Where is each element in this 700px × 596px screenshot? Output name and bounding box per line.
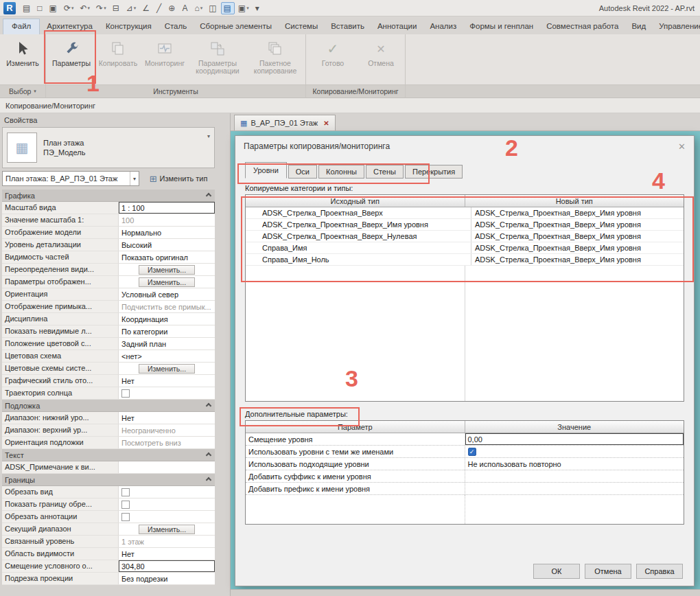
ribbon-tab-precast[interactable]: Сборные элементы (194, 19, 278, 34)
copy-button[interactable]: Копировать (95, 36, 141, 67)
property-value[interactable]: По категории (119, 325, 215, 337)
ribbon-tab-insert[interactable]: Вставить (325, 19, 371, 34)
property-value[interactable]: Задний план (119, 338, 215, 349)
cancel-mode-button[interactable]: ✕ Отмена (358, 36, 404, 67)
property-section-header[interactable]: Границы (2, 474, 215, 486)
property-value[interactable]: Посмотреть вниз (119, 437, 215, 448)
type-mapping-row[interactable]: ADSK_Стрелка_Проектная_Вверх_Нулевая ADS… (246, 231, 684, 242)
param-value-cell[interactable]: 0,00 ✓ (465, 433, 684, 445)
property-value[interactable]: Изменить... (119, 363, 215, 374)
properties-header[interactable]: Свойства (0, 113, 230, 127)
ribbon-tab-collaborate[interactable]: Совместная работа (540, 19, 625, 34)
ribbon-tab-annotate[interactable]: Аннотации (371, 19, 423, 34)
ribbon-tab-file[interactable]: Файл (3, 19, 40, 34)
collapse-chevron-icon[interactable] (206, 402, 211, 408)
ribbon-tab-structure[interactable]: Конструкция (100, 19, 158, 34)
finish-button[interactable]: ✓ Готово (307, 36, 358, 67)
property-value[interactable]: 100 (119, 214, 215, 226)
section-icon[interactable]: ◫ (206, 2, 220, 14)
ribbon-tab-architecture[interactable]: Архитектура (40, 19, 99, 34)
switch-windows-icon[interactable]: ▣▾ (235, 2, 252, 14)
property-value[interactable]: Подчистить все примык... (119, 301, 215, 312)
text-icon[interactable]: A (179, 2, 191, 14)
property-value[interactable]: Нормально (119, 227, 215, 238)
print-icon[interactable]: ⊟ (110, 2, 123, 14)
property-value[interactable]: Без подрезки (119, 573, 215, 584)
collapse-chevron-icon[interactable] (206, 452, 211, 457)
param-value-cell[interactable]: ✓ (465, 470, 684, 482)
property-value[interactable]: Неограниченно (119, 424, 215, 436)
new-type-cell[interactable]: ADSK_Стрелка_Проектная_Вверх_Имя уровня (471, 242, 684, 253)
drawing-area[interactable]: Параметры копирования/мониторинга ✕ Уров… (231, 131, 700, 596)
revit-logo[interactable]: R (3, 2, 16, 14)
ribbon-tab-manage[interactable]: Управление (653, 19, 700, 34)
dialog-tab-grids[interactable]: Оси (288, 165, 317, 179)
redo-icon[interactable]: ↷▾ (93, 2, 109, 14)
cancel-button[interactable]: Отмена (585, 564, 631, 579)
param-value-cell[interactable]: ✓ (465, 446, 684, 457)
property-value[interactable] (119, 511, 215, 523)
property-value[interactable]: Показать оригинал (119, 251, 215, 263)
zoom-icon[interactable]: ⊕ (165, 2, 178, 14)
ribbon-tab-view[interactable]: Вид (625, 19, 652, 34)
sync-icon[interactable]: ⟳▾ (61, 2, 77, 14)
panel-label-select[interactable]: Выбор▾ (0, 84, 45, 98)
property-value[interactable]: Нет (119, 548, 215, 560)
ribbon-tab-analyze[interactable]: Анализ (423, 19, 463, 34)
monitor-button[interactable]: Мониторинг (141, 36, 189, 67)
dialog-tab-walls[interactable]: Стены (366, 165, 404, 179)
checkbox[interactable] (121, 488, 130, 496)
property-value[interactable]: 1 : 100 (119, 202, 215, 214)
view-tab[interactable]: ▦ В_АР_ПЭ_01 Этаж ✕ (234, 115, 336, 130)
open-icon[interactable]: □ (34, 2, 45, 14)
type-mapping-row[interactable]: ADSK_Стрелка_Проектная_Вверх_Имя уровня … (246, 219, 684, 231)
edit-type-button[interactable]: ⊞ Изменить тип (142, 171, 215, 186)
batch-copy-button[interactable]: Пакетное копирование (246, 36, 304, 75)
property-section-header[interactable]: Графика (2, 190, 215, 202)
checkbox[interactable] (121, 501, 130, 509)
property-value[interactable]: Нет (119, 375, 215, 387)
ribbon-tab-systems[interactable]: Системы (279, 19, 324, 34)
property-value[interactable]: Высокий (119, 239, 215, 251)
ok-button[interactable]: ОК (533, 564, 580, 579)
property-value[interactable]: Нет (119, 412, 215, 424)
measure-icon[interactable]: ⊿▾ (124, 2, 139, 14)
type-dropdown-icon[interactable]: ▾ (207, 132, 210, 139)
checkbox[interactable] (121, 389, 130, 398)
property-section-header[interactable]: Текст (2, 449, 215, 461)
dialog-tab-floors[interactable]: Перекрытия (405, 165, 463, 179)
horizontal-scrollbar[interactable] (231, 589, 700, 596)
combo-dropdown-icon[interactable]: ▾ (130, 172, 136, 185)
type-mapping-row[interactable]: ADSK_Стрелка_Проектная_Вверх ADSK_Стрелк… (246, 207, 684, 219)
ribbon-tab-steel[interactable]: Сталь (159, 19, 194, 34)
file-list-icon[interactable]: ▤ (20, 2, 34, 14)
help-button[interactable]: Справка (636, 564, 683, 579)
collapse-chevron-icon[interactable] (206, 192, 211, 198)
property-value[interactable]: Условный север (119, 288, 215, 300)
default-3d-view-icon[interactable]: ⌂▾ (191, 2, 205, 14)
property-value[interactable]: 1 этаж (119, 536, 215, 547)
property-value[interactable]: Координация (119, 313, 215, 325)
param-value-cell[interactable]: ✓ (465, 483, 684, 494)
property-value[interactable] (119, 387, 215, 399)
collapse-chevron-icon[interactable] (206, 477, 211, 482)
type-selector[interactable]: ▦ План этажа ПЭ_Модель ▾ (2, 127, 215, 168)
new-type-cell[interactable]: ADSK_Стрелка_Проектная_Вверх_Имя уровня (471, 219, 684, 230)
view-tab-close-icon[interactable]: ✕ (323, 119, 329, 127)
checkbox[interactable] (121, 513, 130, 521)
checked-checkbox-icon[interactable]: ✓ (468, 448, 476, 456)
dialog-close-icon[interactable]: ✕ (678, 141, 686, 152)
column-value[interactable]: Значение (465, 421, 684, 433)
modify-button[interactable]: Изменить (1, 36, 44, 67)
dialog-tab-levels[interactable]: Уровни (245, 162, 287, 179)
property-value[interactable]: Изменить... (119, 264, 215, 275)
type-mapping-row[interactable]: Справа_Имя_Ноль ADSK_Стрелка_Проектная_В… (246, 254, 684, 266)
options-button[interactable]: Параметры (47, 36, 95, 67)
property-value[interactable] (119, 486, 215, 498)
property-value[interactable] (119, 498, 215, 510)
view-selector-combo[interactable]: План этажа: В_АР_ПЭ_01 Этаж ▾ (2, 171, 139, 186)
undo-icon[interactable]: ↶▾ (78, 2, 93, 14)
property-value[interactable]: <нет> (119, 350, 215, 362)
dialog-tab-columns[interactable]: Колонны (318, 165, 364, 179)
property-section-header[interactable]: Подложка (2, 400, 215, 412)
